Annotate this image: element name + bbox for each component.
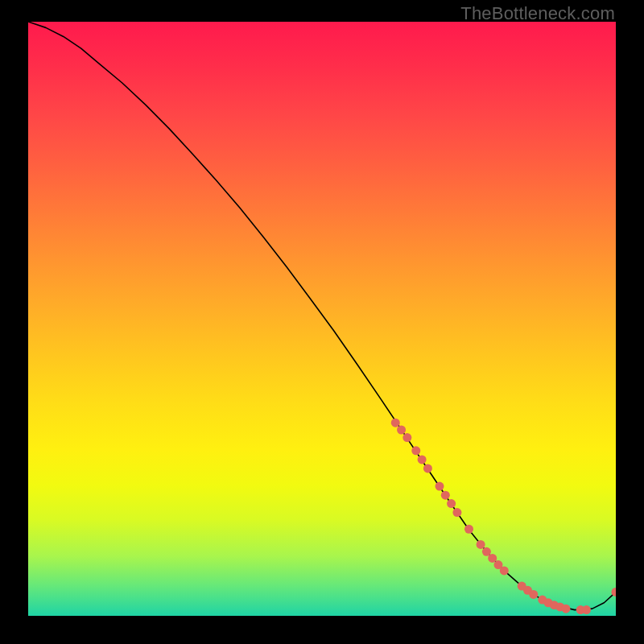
data-marker — [500, 566, 509, 575]
data-marker — [464, 525, 473, 534]
curve-line — [28, 22, 616, 610]
data-marker — [441, 491, 450, 500]
data-marker — [423, 464, 432, 473]
data-marker — [447, 499, 456, 508]
data-marker — [411, 446, 420, 455]
data-marker — [402, 433, 411, 442]
data-marker — [529, 590, 538, 599]
plot-area — [28, 22, 616, 616]
data-marker — [561, 605, 570, 613]
data-marker — [391, 419, 400, 427]
chart-svg — [28, 22, 616, 616]
data-marker — [452, 508, 461, 517]
data-marker — [418, 455, 427, 464]
marker-group — [391, 419, 616, 614]
data-marker — [477, 540, 485, 549]
data-marker — [582, 605, 591, 614]
data-marker — [436, 482, 444, 491]
chart-frame: TheBottleneck.com — [0, 0, 644, 644]
data-marker — [397, 426, 406, 435]
